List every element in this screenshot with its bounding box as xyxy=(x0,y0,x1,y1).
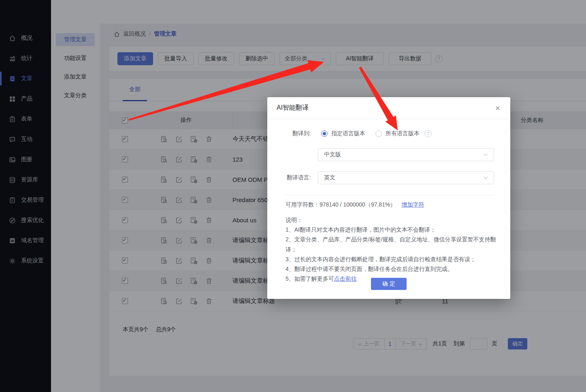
translate-language-value: 英文 xyxy=(324,174,335,181)
chevron-down-icon xyxy=(484,177,488,179)
chevron-down-icon xyxy=(484,153,488,156)
translate-language-label: 翻译语言: xyxy=(267,174,311,181)
radio-selected-icon[interactable] xyxy=(321,130,328,137)
radio-specified-label: 指定语言版本 xyxy=(331,130,365,137)
help-icon[interactable] xyxy=(424,130,432,137)
radio-all-label: 所有语言版本 xyxy=(386,130,420,137)
notes-title: 说明： xyxy=(286,217,303,224)
modal-divider xyxy=(286,195,494,195)
radio-specified-language[interactable]: 指定语言版本 xyxy=(321,130,365,137)
translate-language-row: 翻译语言: 英文 xyxy=(267,171,510,184)
note-item: 3、过长的文本内容会进行截断处理，翻译完成后请自行检查结果是否有误； xyxy=(286,254,498,264)
radio-unselected-icon[interactable] xyxy=(375,130,382,137)
note5-link[interactable]: 点击前往 xyxy=(334,275,357,282)
note-item: 2、文章分类、产品库、产品分类/标签/规格、自定义地址、微信分享设置暂不支持翻译… xyxy=(286,234,498,254)
ai-translate-modal: AI智能翻译 翻译到: 指定语言版本 所有语言版本 中文版 翻译语言: 英文 xyxy=(267,97,510,299)
close-icon[interactable] xyxy=(492,103,503,113)
available-chars-line: 可用字符数：978140 / 1000000（97.81%）增加字符 xyxy=(286,201,424,209)
translate-to-label: 翻译到: xyxy=(267,130,311,137)
note5-text: 5、如需了解更多可 xyxy=(286,275,334,282)
modal-confirm-button[interactable]: 确 定 xyxy=(371,278,407,290)
language-version-value: 中文版 xyxy=(324,151,341,158)
language-version-select[interactable]: 中文版 xyxy=(318,148,494,161)
translate-language-select[interactable]: 英文 xyxy=(318,171,494,184)
note-item: 4、翻译过程中请不要关闭页面，翻译任务会在后台进行直到完成。 xyxy=(286,264,498,274)
translate-to-row: 翻译到: 指定语言版本 所有语言版本 xyxy=(267,127,510,140)
notes-list: 1、AI翻译只对文本内容进行翻译，图片中的文本不会翻译； 2、文章分类、产品库、… xyxy=(286,225,498,284)
modal-header: AI智能翻译 xyxy=(267,97,510,119)
available-chars-text: 可用字符数：978140 / 1000000（97.81%） xyxy=(286,201,396,208)
modal-title: AI智能翻译 xyxy=(277,104,309,112)
note-item: 1、AI翻译只对文本内容进行翻译，图片中的文本不会翻译； xyxy=(286,225,498,234)
app-root: 概况 统计 文章 产品 表单 互动 xyxy=(0,0,586,392)
add-chars-link[interactable]: 增加字符 xyxy=(401,201,424,208)
radio-all-languages[interactable]: 所有语言版本 xyxy=(375,130,420,137)
